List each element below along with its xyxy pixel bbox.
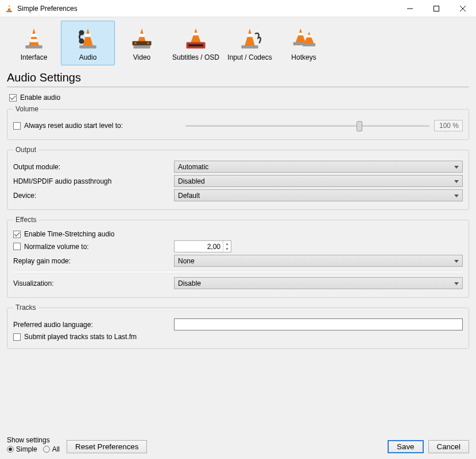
svg-marker-29 — [295, 29, 305, 44]
replay-gain-label: Replay gain mode: — [13, 257, 174, 265]
tab-hotkeys[interactable]: Hotkeys — [277, 21, 331, 65]
svg-rect-9 — [30, 39, 38, 42]
save-button[interactable]: Save — [388, 440, 423, 453]
audio-icon — [74, 26, 102, 52]
category-tabs: Interface Audio Video Subtitles / OSD In… — [7, 21, 469, 65]
input-codecs-icon — [236, 26, 264, 52]
spinner-up[interactable]: ▲ — [223, 241, 231, 247]
volume-percent: 100 % — [434, 120, 463, 131]
tab-label: Hotkeys — [291, 53, 316, 61]
effects-legend: Effects — [13, 216, 38, 224]
svg-marker-26 — [245, 29, 255, 46]
spinner-down[interactable]: ▼ — [223, 247, 231, 252]
volume-slider[interactable] — [185, 120, 429, 131]
always-reset-checkbox[interactable] — [13, 122, 21, 130]
tab-label: Interface — [21, 53, 48, 61]
lastfm-label: Submit played tracks stats to Last.fm — [24, 333, 137, 341]
time-stretch-label: Enable Time-Stretching audio — [24, 230, 114, 238]
passthrough-label: HDMI/SPDIF audio passthrough — [13, 177, 174, 185]
output-legend: Output — [13, 146, 38, 154]
tab-input-codecs[interactable]: Input / Codecs — [223, 21, 277, 65]
svg-marker-7 — [29, 29, 39, 46]
normalize-spinner[interactable]: 2,00 ▲▼ — [174, 240, 231, 252]
visualization-label: Visualization: — [13, 279, 174, 287]
enable-audio-checkbox[interactable] — [9, 94, 17, 102]
subtitles-icon — [182, 26, 210, 52]
titlebar: Simple Preferences — [0, 0, 476, 17]
normalize-checkbox[interactable] — [13, 243, 21, 250]
svg-point-21 — [147, 42, 149, 45]
svg-rect-10 — [25, 45, 42, 49]
language-input[interactable] — [174, 318, 463, 330]
tab-audio[interactable]: Audio — [61, 21, 115, 65]
svg-rect-8 — [31, 34, 36, 37]
title-divider — [7, 87, 469, 87]
tab-label: Input / Codecs — [227, 53, 272, 61]
svg-rect-1 — [8, 7, 10, 9]
device-select[interactable]: Default — [174, 189, 463, 201]
tracks-legend: Tracks — [13, 304, 38, 312]
window-title: Simple Preferences — [17, 5, 397, 13]
maximize-button[interactable] — [423, 0, 450, 17]
tab-subtitles[interactable]: Subtitles / OSD — [169, 21, 223, 65]
radio-all[interactable] — [43, 446, 50, 453]
svg-rect-13 — [79, 45, 96, 49]
svg-rect-33 — [307, 35, 312, 38]
app-icon — [5, 4, 14, 13]
normalize-label: Normalize volume to: — [24, 243, 89, 251]
svg-rect-30 — [298, 33, 303, 36]
always-reset-label: Always reset audio start level to: — [24, 122, 123, 130]
tab-label: Subtitles / OSD — [172, 53, 219, 61]
output-module-label: Output module: — [13, 163, 174, 171]
svg-rect-34 — [303, 43, 315, 46]
effects-separator — [13, 270, 463, 274]
language-label: Preferred audio language: — [13, 321, 174, 329]
svg-point-14 — [79, 30, 84, 35]
tab-video[interactable]: Video — [115, 21, 169, 65]
replay-gain-select[interactable]: None — [174, 255, 463, 267]
cancel-button[interactable]: Cancel — [428, 440, 470, 453]
output-group: Output Output module: Automatic HDMI/SPD… — [7, 146, 469, 210]
svg-rect-17 — [139, 34, 144, 37]
visualization-select[interactable]: Disable — [174, 277, 463, 289]
svg-rect-23 — [193, 33, 198, 36]
show-settings-label: Show settings — [7, 436, 60, 444]
svg-rect-27 — [247, 34, 252, 37]
close-button[interactable] — [450, 0, 476, 17]
volume-legend: Volume — [13, 105, 41, 113]
svg-rect-28 — [241, 45, 258, 49]
device-label: Device: — [13, 192, 174, 200]
reset-preferences-button[interactable]: Reset Preferences — [67, 440, 147, 453]
svg-rect-12 — [85, 34, 90, 37]
svg-rect-2 — [6, 11, 12, 12]
svg-rect-25 — [188, 44, 203, 46]
passthrough-select[interactable]: Disabled — [174, 175, 463, 187]
svg-marker-32 — [304, 32, 314, 44]
svg-rect-4 — [434, 6, 439, 11]
minimize-button[interactable] — [397, 0, 423, 17]
svg-point-20 — [134, 42, 137, 45]
svg-point-15 — [79, 38, 84, 44]
svg-marker-11 — [83, 29, 93, 46]
tab-label: Audio — [79, 53, 97, 61]
enable-audio-label: Enable audio — [20, 94, 60, 102]
tab-interface[interactable]: Interface — [7, 21, 61, 65]
interface-icon — [20, 26, 48, 52]
lastfm-checkbox[interactable] — [13, 333, 21, 341]
time-stretch-checkbox[interactable] — [13, 231, 21, 238]
output-module-select[interactable]: Automatic — [174, 161, 463, 173]
svg-rect-18 — [133, 45, 150, 49]
video-icon — [128, 26, 156, 52]
tab-label: Video — [133, 53, 150, 61]
svg-marker-22 — [191, 29, 201, 44]
volume-group: Volume Always reset audio start level to… — [7, 105, 469, 140]
page-title: Audio Settings — [7, 71, 469, 84]
effects-group: Effects Enable Time-Stretching audio Nor… — [7, 216, 469, 298]
radio-simple[interactable] — [7, 446, 14, 453]
tracks-group: Tracks Preferred audio language: Submit … — [7, 304, 469, 349]
hotkeys-icon — [290, 26, 318, 52]
